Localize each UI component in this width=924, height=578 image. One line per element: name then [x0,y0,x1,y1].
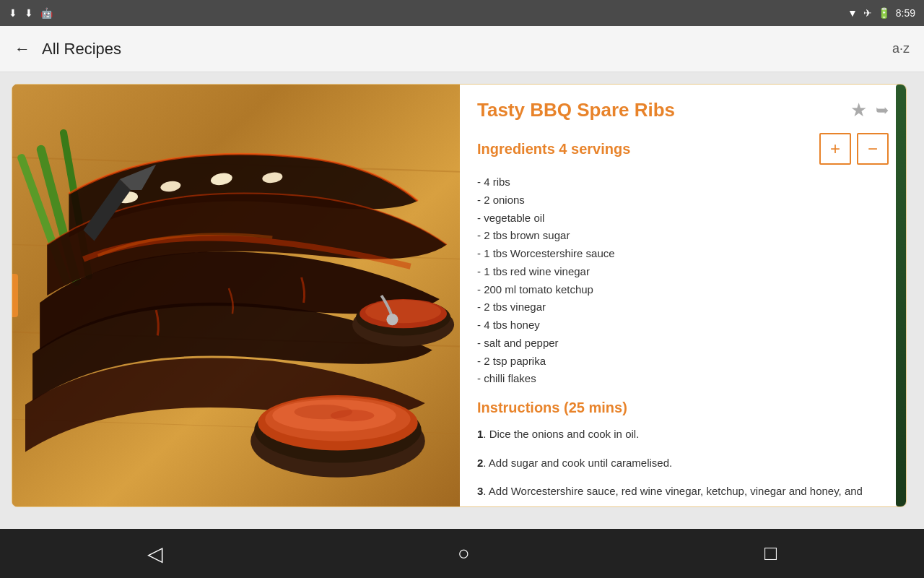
airplane-icon: ✈ [863,7,872,19]
recipe-card: Tasty BBQ Spare Ribs ★ ➥ Ingredients 4 s… [12,84,907,507]
add-serving-button[interactable]: + [819,133,851,165]
download2-icon: ⬇ [25,7,33,19]
nav-recents-icon[interactable]: □ [764,542,777,565]
recipe-info: Tasty BBQ Spare Ribs ★ ➥ Ingredients 4 s… [460,85,906,504]
back-button[interactable]: ← [14,40,30,59]
time-display: 8:59 [896,7,915,19]
svg-point-24 [386,314,398,325]
status-icons-left: ⬇ ⬇ 🤖 [9,7,53,19]
ingredient-item: - 4 ribs [477,173,889,191]
ingredient-item: - salt and pepper [477,335,889,353]
instructions-title: Instructions (25 mins) [477,400,889,416]
step-text-1: . Dice the onions and cook in oil. [483,428,639,440]
ingredients-title: Ingredients 4 servings [477,141,630,158]
status-bar: ⬇ ⬇ 🤖 ▼ ✈ 🔋 8:59 [0,0,924,26]
instructions-list: 1. Dice the onions and cook in oil. 2. A… [477,425,889,504]
ingredient-item: - 2 tbs vinegar [477,298,889,316]
step-text-3: . Add Worcestershire sauce, red wine vin… [477,485,863,504]
step-text-2: . Add sugar and cook until caramelised. [483,457,672,469]
food-image [12,85,460,506]
ingredient-item: - vegetable oil [477,210,889,228]
battery-icon: 🔋 [878,7,890,19]
svg-point-19 [331,410,374,421]
android-icon: 🤖 [40,7,53,19]
bottom-nav: ◁ ○ □ [0,529,924,578]
svg-point-23 [365,300,441,323]
recipe-actions: ★ ➥ [850,99,889,121]
instruction-step-2: 2. Add sugar and cook until caramelised. [477,454,889,473]
ingredient-item: - 2 tsp paprika [477,353,889,371]
top-bar-left: ← All Recipes [14,40,121,59]
ingredient-item: - 2 onions [477,191,889,210]
sort-az-button[interactable]: a·z [892,41,910,56]
ingredients-list: - 4 ribs - 2 onions - vegetable oil - 2 … [477,173,889,388]
share-icon[interactable]: ➥ [876,101,889,120]
servings-controls: + − [819,133,889,165]
instruction-step-1: 1. Dice the onions and cook in oil. [477,425,889,444]
favorite-icon[interactable]: ★ [850,99,867,121]
ingredient-item: - chilli flakes [477,370,889,388]
ingredient-item: - 1 tbs red wine vinegar [477,263,889,281]
left-tab [12,274,18,317]
wifi-icon: ▼ [847,7,858,19]
top-bar: ← All Recipes a·z [0,26,924,72]
instruction-step-3: 3. Add Worcestershire sauce, red wine vi… [477,482,889,504]
ingredient-item: - 4 tbs honey [477,316,889,335]
recipe-header: Tasty BBQ Spare Ribs ★ ➥ [477,99,889,121]
status-icons-right: ▼ ✈ 🔋 8:59 [847,7,915,19]
ingredients-header: Ingredients 4 servings + − [477,133,889,165]
ingredient-item: - 200 ml tomato ketchup [477,281,889,299]
main-content: Tasty BBQ Spare Ribs ★ ➥ Ingredients 4 s… [0,72,924,529]
nav-home-icon[interactable]: ○ [458,542,470,565]
nav-back-icon[interactable]: ◁ [147,542,163,566]
page-title: All Recipes [42,40,121,59]
remove-serving-button[interactable]: − [857,133,889,165]
recipe-title: Tasty BBQ Spare Ribs [477,99,675,121]
ingredient-item: - 2 tbs brown sugar [477,227,889,245]
right-peek [896,85,907,506]
download-icon: ⬇ [9,7,17,19]
ingredient-item: - 1 tbs Worcestershire sauce [477,245,889,263]
